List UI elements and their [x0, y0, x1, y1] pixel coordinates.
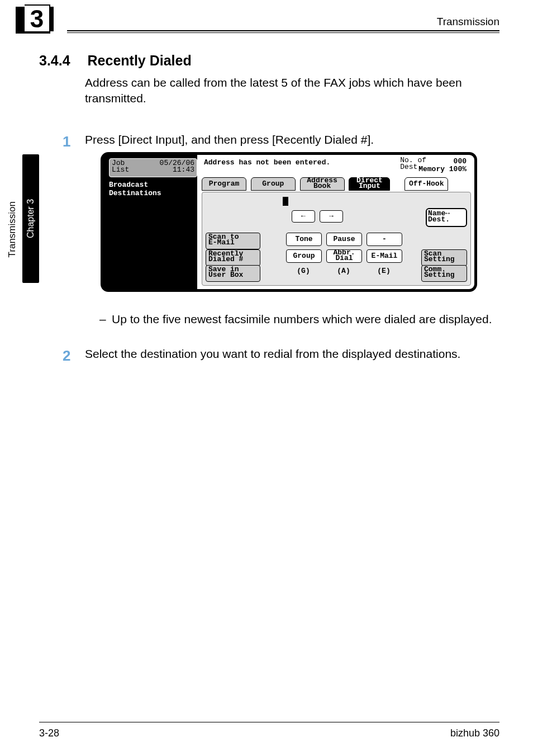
broadcast-l1: Broadcast	[109, 181, 148, 189]
lcd-message: Address has not been entered.	[204, 158, 330, 167]
step-1-number: 1	[63, 133, 70, 150]
section-number: 3.4.4	[39, 53, 70, 69]
email-button[interactable]: E-Mail	[367, 249, 402, 263]
name-dest-button[interactable]: Name↔ Dest.	[426, 208, 467, 227]
bullet-1-text: Up to the five newest facsimile numbers …	[112, 313, 492, 325]
e-label: (E)	[367, 265, 401, 277]
name-dest-l2: Dest.	[428, 215, 450, 224]
save-in-user-box-button[interactable]: Save in User Box	[206, 265, 260, 282]
arrow-left-button[interactable]: ←	[292, 210, 315, 223]
lcd-left-column: Job 05/26/06 List 11:43 Broadcast Destin…	[103, 155, 197, 289]
dest-count: 000	[454, 157, 467, 166]
chapter-badge-number: 3	[25, 4, 50, 34]
tone-button[interactable]: Tone	[286, 233, 322, 246]
text-cursor	[283, 197, 288, 206]
scan-setting-button[interactable]: Scan Setting	[421, 249, 467, 266]
lcd-screenshot: Job 05/26/06 List 11:43 Broadcast Destin…	[101, 152, 477, 292]
bullet-dash: –	[99, 311, 106, 327]
scan-to-email-button[interactable]: Scan to E-Mail	[206, 233, 260, 249]
tab-direct-l2: Input	[359, 182, 380, 190]
footer-model: bizhub 360	[450, 727, 499, 739]
dash-button[interactable]: -	[367, 233, 402, 246]
broadcast-label: Broadcast Destinations	[109, 181, 192, 197]
a-label: (A)	[326, 265, 361, 277]
footer-page: 3-28	[39, 727, 59, 739]
broadcast-l2: Destinations	[109, 189, 161, 197]
memory-label: Memory 100%	[418, 165, 467, 173]
side-caption: Transmission	[7, 201, 18, 257]
chapter-badge-underline	[16, 31, 49, 34]
save-l2: User Box	[208, 271, 243, 279]
group-button[interactable]: Group	[286, 249, 322, 263]
comm-setting-button[interactable]: Comm. Setting	[421, 265, 467, 282]
arrow-right-button[interactable]: →	[320, 210, 343, 223]
job-list-button[interactable]: Job 05/26/06 List 11:43	[109, 158, 197, 177]
lcd-topbar: Address has not been entered. No. of Des…	[202, 157, 471, 175]
scan-l2: E-Mail	[208, 238, 235, 247]
tab-program[interactable]: Program	[202, 177, 246, 191]
bullet-1: – Up to the five newest facsimile number…	[112, 311, 499, 327]
tab-direct-input[interactable]: Direct Input	[349, 177, 390, 191]
recent-l2: Dialed #	[208, 255, 243, 263]
tab-address-book[interactable]: Address Book	[300, 177, 345, 191]
paragraph-1: Address can be called from the latest 5 …	[85, 75, 499, 107]
pause-button[interactable]: Pause	[326, 233, 362, 246]
g-label: (G)	[286, 265, 321, 277]
section-heading: 3.4.4 Recently Dialed	[39, 53, 192, 69]
off-hook-button[interactable]: Off-Hook	[404, 177, 448, 191]
step-1-text: Press [Direct Input], and then press [Re…	[85, 133, 374, 146]
recently-dialed-button[interactable]: Recently Dialed #	[206, 249, 260, 266]
job-time: 11:43	[173, 167, 194, 173]
step-2-text: Select the destination you want to redia…	[85, 347, 460, 360]
lcd-tabs: Program Group Address Book Direct Input …	[202, 177, 471, 192]
step-2-number: 2	[63, 347, 70, 365]
abbr-l2: Dial	[335, 254, 353, 262]
tab-group[interactable]: Group	[251, 177, 296, 191]
job-list-l2: List	[112, 166, 129, 174]
footer-rule	[39, 722, 499, 722]
header-rule	[67, 30, 499, 33]
section-title: Recently Dialed	[88, 53, 192, 68]
side-tab: Chapter 3	[22, 154, 39, 283]
step-2: 2 Select the destination you want to red…	[85, 347, 499, 361]
abbr-dial-button[interactable]: Abbr. Dial	[326, 249, 362, 263]
commset-l2: Setting	[424, 271, 455, 279]
running-head: Transmission	[67, 16, 499, 28]
step-1: 1 Press [Direct Input], and then press […	[85, 133, 499, 147]
tab-address-l2: Book	[313, 182, 331, 190]
lcd-panel: ← → Name↔ Dest. Scan to E-Mail Recently …	[202, 192, 471, 286]
scanset-l2: Setting	[424, 255, 455, 263]
